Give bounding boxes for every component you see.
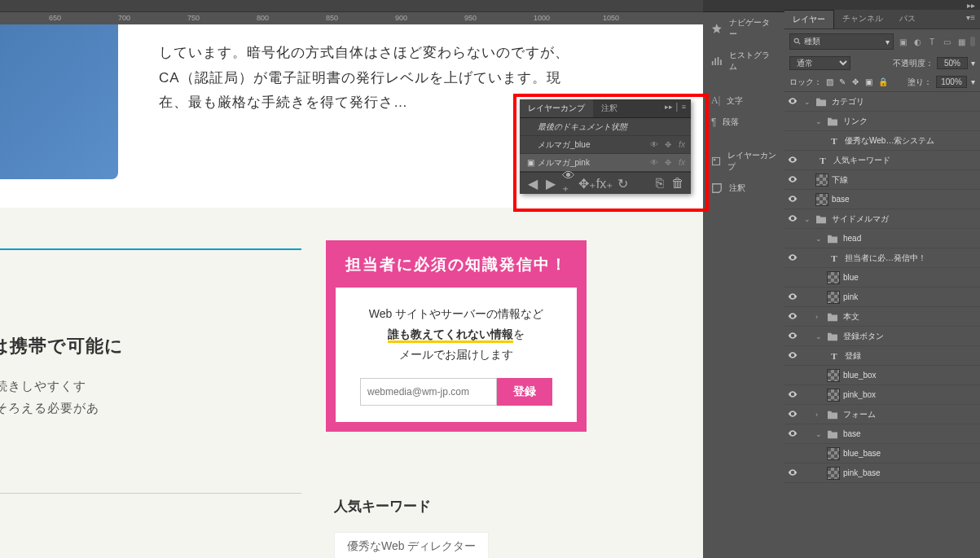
layer-row[interactable]: pink [784, 288, 980, 307]
disclosure-icon[interactable]: ⌄ [804, 98, 814, 106]
blend-row: 通常 不透明度： 50% ▾ [784, 54, 980, 72]
layercomp-row[interactable]: ▣メルマガ_pink👁✥fx [520, 154, 691, 172]
layer-thumbnail [827, 447, 840, 460]
layer-row[interactable]: T登録 [784, 346, 980, 366]
disclosure-icon[interactable]: › [815, 313, 825, 321]
filter-adjust-icon[interactable]: ◐ [912, 36, 923, 47]
lock-all-icon[interactable]: 🔒 [878, 77, 888, 87]
next-comp-icon[interactable]: ▶ [544, 177, 557, 190]
disclosure-icon[interactable]: ⌄ [815, 332, 825, 341]
lock-position-icon[interactable]: ✥ [852, 77, 862, 87]
layer-row[interactable]: blue_box [784, 366, 980, 385]
svg-point-2 [794, 38, 798, 42]
filter-shape-icon[interactable]: ▭ [941, 36, 952, 47]
apply-comp-icon[interactable]: ▣ [523, 158, 538, 167]
visibility-toggle[interactable] [784, 194, 801, 205]
layer-row[interactable]: ⌄base [784, 424, 980, 444]
new-comp-icon[interactable]: ⎘ [653, 177, 666, 190]
layer-row[interactable]: ›フォーム [784, 405, 980, 424]
visibility-toggle[interactable] [784, 331, 801, 342]
visibility-toggle[interactable] [784, 311, 801, 323]
update-visibility-icon[interactable]: 👁⁺ [562, 177, 575, 190]
visibility-toggle[interactable] [784, 96, 801, 108]
disclosure-icon[interactable]: ⌄ [815, 235, 825, 243]
layer-row[interactable]: T担当者に必…発信中！ [784, 248, 980, 268]
layer-row[interactable]: ›本文 [784, 307, 980, 327]
visibility-toggle[interactable] [784, 468, 801, 479]
disclosure-icon[interactable]: ⌄ [815, 117, 825, 125]
visibility-toggle[interactable] [784, 292, 801, 303]
layer-row[interactable]: blue [784, 268, 980, 288]
dock-notes[interactable]: 注釈 [703, 178, 784, 199]
layer-row[interactable]: blue_base [784, 444, 980, 464]
opacity-field[interactable]: 50% [937, 57, 968, 69]
prev-comp-icon[interactable]: ◀ [526, 177, 539, 190]
filter-image-icon[interactable]: ▣ [897, 36, 908, 47]
panel-menu-icon[interactable]: ▾≡ [961, 10, 980, 29]
visibility-toggle[interactable] [784, 389, 801, 401]
tab-paths[interactable]: パス [891, 10, 924, 29]
popular-heading: 人気キーワード [334, 497, 489, 516]
filter-text-icon[interactable]: T [926, 36, 938, 47]
layer-row[interactable]: ⌄head [784, 229, 980, 248]
layer-name: カテゴリ [832, 96, 864, 108]
layer-row[interactable]: pink_box [784, 385, 980, 405]
register-button[interactable]: 登録 [497, 378, 552, 406]
layer-row[interactable]: T人気キーワード [784, 151, 980, 170]
update-comp-icon[interactable]: ↻ [616, 177, 629, 190]
disclosure-icon[interactable]: ⌄ [815, 430, 825, 438]
filter-select[interactable]: 種類 ▾ [789, 33, 894, 50]
update-position-icon[interactable]: ✥₊ [580, 177, 593, 190]
opacity-dropdown-icon[interactable]: ▾ [971, 59, 975, 68]
visibility-toggle[interactable] [784, 253, 801, 264]
filter-toggle-icon[interactable] [970, 37, 975, 46]
delete-comp-icon[interactable]: 🗑 [671, 177, 684, 190]
newsletter-line1: Web サイトやサーバーの情報など [360, 304, 552, 324]
layer-thumbnail [827, 467, 840, 480]
disclosure-icon[interactable]: › [815, 411, 825, 419]
layer-row[interactable]: base [784, 190, 980, 209]
layercomp-collapse[interactable]: ▸▸ │ ≡ [660, 99, 691, 117]
update-appearance-icon[interactable]: fx₊ [598, 177, 611, 190]
visibility-toggle[interactable] [784, 428, 801, 440]
tab-notes[interactable]: 注釈 [593, 99, 626, 117]
dock-navigator[interactable]: ナビゲーター [703, 12, 784, 45]
folder-icon [825, 310, 840, 323]
tab-channels[interactable]: チャンネル [834, 10, 891, 29]
tab-layers[interactable]: レイヤー [784, 10, 834, 29]
lock-transparent-icon[interactable]: ▨ [826, 77, 836, 87]
layercomp-last-state[interactable]: 最後のドキュメント状態 [520, 118, 691, 136]
dock-character[interactable]: A| 文字 [703, 90, 784, 112]
ruler-mark: 1000 [534, 14, 550, 22]
email-field[interactable] [360, 378, 497, 406]
visibility-toggle[interactable] [784, 409, 801, 420]
visibility-toggle[interactable] [784, 155, 801, 166]
fill-field[interactable]: 100% [936, 76, 967, 88]
layer-row[interactable]: pink_base [784, 464, 980, 483]
layer-row[interactable]: T優秀なWeb…索システム [784, 131, 980, 151]
fill-dropdown-icon[interactable]: ▾ [971, 77, 975, 86]
lock-icons: ▨ ✎ ✥ ▣ 🔒 [826, 77, 888, 87]
disclosure-icon[interactable]: ⌄ [804, 215, 814, 223]
lock-paint-icon[interactable]: ✎ [839, 77, 849, 87]
dock-histogram[interactable]: ヒストグラム [703, 45, 784, 77]
layer-name: フォーム [843, 409, 876, 420]
visibility-toggle[interactable] [784, 213, 801, 225]
lock-artboard-icon[interactable]: ▣ [865, 77, 875, 87]
layer-name: リンク [843, 116, 868, 127]
layer-row[interactable]: ⌄サイドメルマガ [784, 209, 980, 229]
filter-smart-icon[interactable]: ▦ [956, 36, 967, 47]
tab-layercomps[interactable]: レイヤーカンプ [520, 99, 593, 117]
layer-name: blue_base [843, 449, 881, 458]
blend-mode-select[interactable]: 通常 [789, 56, 850, 70]
layercomp-row[interactable]: メルマガ_blue👁✥fx [520, 136, 691, 154]
layer-row[interactable]: 下線 [784, 170, 980, 190]
layercomp-toolbar: ◀ ▶ 👁⁺ ✥₊ fx₊ ↻ ⎘ 🗑 [520, 172, 691, 194]
dock-paragraph[interactable]: ¶ 段落 [703, 112, 784, 133]
layer-row[interactable]: ⌄カテゴリ [784, 92, 980, 112]
visibility-toggle[interactable] [784, 350, 801, 362]
dock-layercomps[interactable]: レイヤーカンプ [703, 145, 784, 178]
visibility-toggle[interactable] [784, 174, 801, 186]
layer-row[interactable]: ⌄リンク [784, 112, 980, 131]
layer-row[interactable]: ⌄登録ボタン [784, 327, 980, 346]
